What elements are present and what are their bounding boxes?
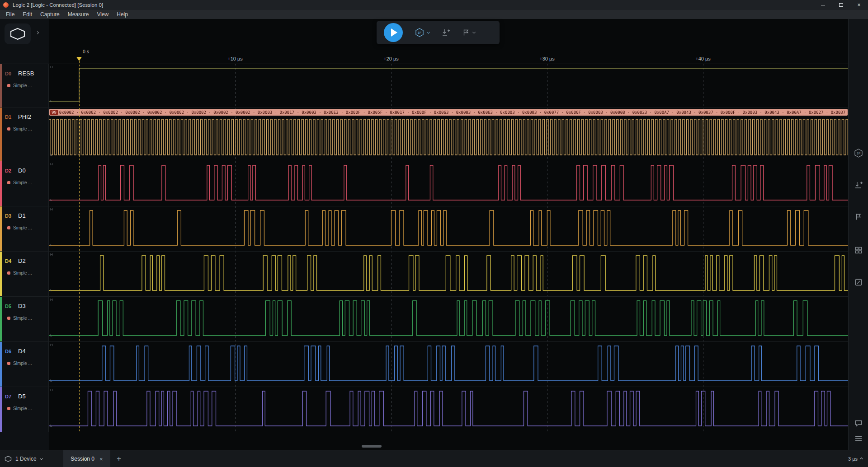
channel-color-strip [0, 64, 2, 107]
analyzer-label: Simple ... [13, 126, 32, 131]
menu-capture[interactable]: Capture [36, 11, 64, 18]
analyzer-label: Simple ... [13, 361, 32, 366]
waveform-canvas [49, 297, 848, 341]
waveform-d7[interactable]: HL [49, 387, 848, 432]
waveform-canvas [49, 387, 848, 432]
channel-row-d2: D2D0Simple ...HL [0, 161, 848, 206]
analyzer-color-chip [7, 317, 10, 320]
channel-color-strip [0, 342, 2, 387]
menu-edit[interactable]: Edit [19, 11, 36, 18]
level-high-label: H [50, 298, 53, 302]
waveform-d2[interactable]: HL [49, 161, 848, 206]
play-icon [391, 28, 397, 37]
saleae-logo-icon [5, 456, 12, 462]
device-selector[interactable]: 1 Device [5, 450, 42, 467]
close-tab-icon[interactable]: × [99, 456, 103, 462]
channel-color-strip [0, 387, 2, 432]
zoom-level-control[interactable]: 3 µs [848, 450, 863, 467]
close-button[interactable]: × [850, 0, 868, 10]
capture-settings-icon[interactable]: 1F [854, 148, 863, 158]
waveform-d0[interactable]: HL [49, 64, 848, 107]
channel-header-d5[interactable]: D5D3Simple ... [0, 297, 49, 341]
extensions-icon[interactable] [854, 246, 863, 254]
measurements-icon[interactable] [854, 181, 863, 190]
channel-name: PHI2 [18, 113, 31, 120]
start-capture-button[interactable] [384, 23, 403, 42]
channel-row-d3: D3D1Simple ...HL [0, 206, 848, 252]
horizontal-scrollbar[interactable] [49, 444, 848, 448]
channel-analyzer[interactable]: Simple ... [7, 225, 32, 230]
trigger-hex-icon: 1F [415, 28, 425, 37]
waveform-canvas [49, 342, 848, 387]
main-menu-icon[interactable] [855, 435, 862, 442]
channel-analyzer[interactable]: Simple ... [7, 126, 32, 131]
expand-sidebar-chevron-icon[interactable] [36, 31, 39, 34]
channel-analyzer[interactable]: Simple ... [7, 180, 32, 185]
annotations-menu-button[interactable] [462, 28, 475, 37]
channel-name: D3 [18, 303, 26, 309]
feedback-icon[interactable] [854, 419, 863, 427]
trigger-time-label: 0 s [83, 49, 89, 54]
channel-header-d3[interactable]: D3D1Simple ... [0, 206, 49, 251]
timeline-tick-label: +10 µs [227, 56, 243, 61]
level-low-label: L [50, 198, 52, 202]
waveform-d6[interactable]: HL [49, 342, 848, 387]
channel-header-d7[interactable]: D7D5Simple ... [0, 387, 49, 432]
trigger-marker-icon[interactable] [76, 57, 82, 61]
waveform-d1[interactable]: HL990x0002 · 0x0002 · 0x0002 · 0x0002 · … [49, 107, 848, 161]
analyzer-label: Simple ... [13, 225, 32, 230]
analyzer-color-chip [7, 226, 10, 229]
minimize-button[interactable] [814, 0, 832, 10]
menu-file[interactable]: File [2, 11, 19, 18]
channel-header-d4[interactable]: D4D2Simple ... [0, 252, 49, 296]
notes-icon[interactable] [854, 278, 863, 286]
channel-index: D5 [5, 304, 11, 309]
minimize-icon [821, 5, 825, 5]
channel-header-d0[interactable]: D0RESBSimple ... [0, 64, 49, 107]
level-low-label: L [50, 99, 52, 103]
level-low-label: L [50, 378, 52, 383]
scrollbar-thumb[interactable] [362, 445, 382, 448]
waveform-d5[interactable]: HL [49, 297, 848, 341]
waveform-d3[interactable]: HL [49, 206, 848, 251]
close-icon: × [857, 2, 860, 8]
channel-analyzer[interactable]: Simple ... [7, 271, 32, 276]
channel-analyzer[interactable]: Simple ... [7, 361, 32, 366]
device-logo-button[interactable] [5, 23, 31, 44]
channel-row-d4: D4D2Simple ...HL [0, 252, 848, 297]
menu-view[interactable]: View [93, 11, 113, 18]
channel-name: D1 [18, 212, 26, 219]
menu-measure[interactable]: Measure [64, 11, 93, 18]
channel-index: D0 [5, 71, 11, 76]
decoder-row-id: 99 [50, 110, 58, 115]
analyzer-color-chip [7, 84, 10, 87]
trigger-mode-button[interactable]: 1F [415, 28, 429, 37]
measurement-icon [441, 28, 450, 37]
titlebar[interactable]: Logic 2 [Logic - Connected] [Session 0] … [0, 0, 868, 10]
add-measurement-button[interactable] [441, 28, 450, 37]
restore-button[interactable] [832, 0, 850, 10]
channel-header-d6[interactable]: D6D4Simple ... [0, 342, 49, 387]
analyzer-color-chip [7, 407, 10, 410]
channel-name: D2 [18, 257, 26, 264]
annotations-flag-icon[interactable] [854, 213, 863, 221]
new-tab-button[interactable]: + [117, 450, 121, 467]
decoder-results-bar[interactable]: 990x0002 · 0x0002 · 0x0002 · 0x0002 · 0x… [49, 109, 848, 116]
channel-header-d1[interactable]: D1PHI2Simple ... [0, 107, 49, 161]
waveform-d4[interactable]: HL [49, 252, 848, 296]
window-title: Logic 2 [Logic - Connected] [Session 0] [13, 2, 103, 8]
tab-session-0[interactable]: Session 0 × [63, 450, 110, 467]
channel-header-d2[interactable]: D2D0Simple ... [0, 161, 49, 206]
session-tab-label: Session 0 [71, 456, 94, 462]
channel-row-d0: D0RESBSimple ...HL [0, 64, 848, 107]
menu-help[interactable]: Help [113, 11, 132, 18]
channel-name: D5 [18, 393, 26, 400]
zoom-level-label: 3 µs [848, 456, 858, 462]
channel-color-strip [0, 206, 2, 251]
channel-analyzer[interactable]: Simple ... [7, 83, 32, 88]
channel-analyzer[interactable]: Simple ... [7, 406, 32, 411]
channel-analyzer[interactable]: Simple ... [7, 316, 32, 321]
svg-text:1F: 1F [856, 151, 860, 155]
channel-rows: D0RESBSimple ...HLD1PHI2Simple ...HL990x… [0, 64, 848, 432]
channel-row-d7: D7D5Simple ...HL [0, 387, 848, 432]
